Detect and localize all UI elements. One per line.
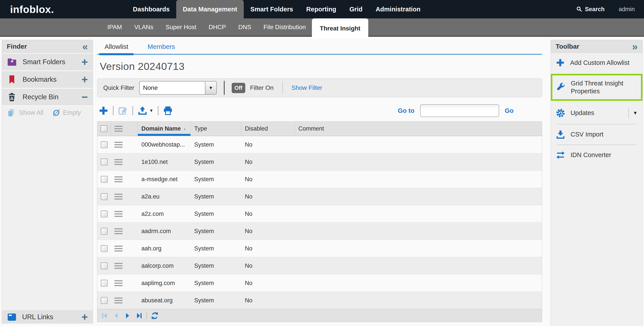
cell-domain-name: a-msedge.net bbox=[138, 171, 191, 188]
cell-comment bbox=[295, 223, 542, 240]
nav-item-grid[interactable]: Grid bbox=[343, 0, 369, 18]
user-menu[interactable]: admin bbox=[618, 6, 635, 13]
tab-allowlist[interactable]: Allowlist bbox=[99, 43, 134, 54]
collapse-recycle-bin-button[interactable]: − bbox=[82, 93, 88, 101]
goto-input[interactable] bbox=[420, 104, 499, 117]
add-smart-folder-button[interactable]: + bbox=[82, 58, 88, 66]
show-all-button[interactable]: Show All bbox=[19, 109, 44, 116]
row-checkbox[interactable] bbox=[101, 176, 108, 183]
table-row[interactable]: aah.orgSystemNo bbox=[97, 240, 542, 257]
go-button[interactable]: Go bbox=[505, 107, 514, 114]
table-body: 000webhostap...SystemNo1e100.netSystemNo… bbox=[97, 136, 542, 309]
row-drag-handle[interactable] bbox=[114, 194, 122, 200]
row-drag-handle[interactable] bbox=[114, 280, 122, 286]
row-drag-handle[interactable] bbox=[114, 159, 122, 165]
table-row[interactable]: 000webhostap...SystemNo bbox=[97, 136, 542, 153]
table-row[interactable]: a2a.euSystemNo bbox=[97, 188, 542, 205]
select-all-checkbox[interactable] bbox=[100, 125, 108, 132]
refresh-button[interactable] bbox=[150, 311, 159, 320]
table-row[interactable]: a-msedge.netSystemNo bbox=[97, 171, 542, 188]
row-checkbox[interactable] bbox=[101, 211, 108, 217]
subnav-item-dns[interactable]: DNS bbox=[232, 18, 257, 36]
expand-toolbar-icon[interactable]: » bbox=[632, 41, 638, 51]
row-checkbox[interactable] bbox=[101, 297, 108, 304]
column-header-type[interactable]: Type bbox=[191, 122, 241, 136]
row-checkbox[interactable] bbox=[101, 263, 108, 269]
row-checkbox[interactable] bbox=[101, 193, 108, 200]
subnav-item-ipam[interactable]: IPAM bbox=[101, 18, 128, 36]
row-drag-handle[interactable] bbox=[114, 228, 122, 234]
row-checkbox[interactable] bbox=[101, 280, 108, 287]
row-drag-handle[interactable] bbox=[114, 211, 122, 217]
upload-button[interactable]: ▼ bbox=[138, 106, 154, 116]
nav-item-reporting[interactable]: Reporting bbox=[300, 0, 343, 18]
table-row[interactable]: aalcorp.comSystemNo bbox=[97, 257, 542, 275]
sidebar-item-label: URL Links bbox=[22, 313, 76, 321]
empty-recycle-bin-button[interactable]: Empty bbox=[63, 109, 81, 116]
row-checkbox[interactable] bbox=[101, 245, 108, 252]
updates-dropdown-button[interactable]: ▼ bbox=[633, 110, 638, 116]
add-custom-allowlist-button[interactable]: Add Custom Allowlist bbox=[551, 53, 642, 72]
table-row[interactable]: abuseat.orgSystemNo bbox=[97, 292, 542, 309]
nav-item-smart-folders[interactable]: Smart Folders bbox=[244, 0, 300, 18]
table-row[interactable]: a2z.comSystemNo bbox=[97, 205, 542, 223]
cell-type: System bbox=[191, 188, 241, 205]
divider bbox=[132, 106, 133, 115]
row-checkbox[interactable] bbox=[101, 159, 108, 165]
global-search[interactable]: Search bbox=[576, 6, 604, 13]
row-checkbox[interactable] bbox=[101, 141, 108, 148]
last-page-button[interactable] bbox=[135, 312, 143, 320]
row-drag-handle[interactable] bbox=[114, 142, 122, 148]
quick-filter-select[interactable]: None ▼ bbox=[139, 81, 217, 95]
column-header-disabled[interactable]: Disabled bbox=[241, 122, 295, 136]
subnav-item-vlans[interactable]: VLANs bbox=[128, 18, 159, 36]
subnav-item-file-distribution[interactable]: File Distribution bbox=[257, 18, 312, 36]
nav-item-administration[interactable]: Administration bbox=[369, 0, 427, 18]
subnav-item-super-host[interactable]: Super Host bbox=[160, 18, 202, 36]
cell-domain-name: 000webhostap... bbox=[138, 136, 191, 153]
table-row[interactable]: aaplimg.comSystemNo bbox=[97, 275, 542, 292]
print-button[interactable] bbox=[163, 106, 173, 116]
sub-nav: IPAM VLANs Super Host DHCP DNS File Dist… bbox=[0, 18, 644, 37]
tab-members[interactable]: Members bbox=[142, 43, 180, 54]
table-row[interactable]: aadrm.comSystemNo bbox=[97, 223, 542, 240]
row-drag-handle[interactable] bbox=[114, 176, 122, 182]
main-content: Allowlist Members Version 20240713 Quick… bbox=[97, 43, 542, 322]
nav-item-dashboards[interactable]: Dashboards bbox=[126, 0, 176, 18]
add-url-link-button[interactable]: + bbox=[82, 313, 88, 322]
edit-button[interactable] bbox=[118, 106, 128, 116]
quick-filter-dropdown-button[interactable]: ▼ bbox=[205, 81, 217, 95]
column-header-comment[interactable]: Comment bbox=[295, 122, 542, 136]
sidebar-item-url-links[interactable]: URL Links + bbox=[2, 311, 93, 323]
collapse-finder-icon[interactable]: « bbox=[82, 41, 88, 51]
table-row[interactable]: 1e100.netSystemNo bbox=[97, 153, 542, 171]
table-actions: ▼ Go to Go bbox=[97, 104, 542, 117]
add-bookmark-button[interactable]: + bbox=[82, 75, 88, 84]
next-page-button[interactable] bbox=[124, 312, 132, 320]
column-drag-handle[interactable] bbox=[114, 126, 122, 132]
filter-toggle[interactable]: Off bbox=[232, 83, 245, 93]
show-filter-link[interactable]: Show Filter bbox=[292, 84, 322, 91]
divider bbox=[282, 82, 283, 94]
csv-import-button[interactable]: CSV Import bbox=[551, 124, 642, 145]
idn-converter-button[interactable]: IDN Converter bbox=[551, 145, 642, 165]
first-page-button[interactable] bbox=[101, 312, 109, 320]
previous-page-button[interactable] bbox=[112, 312, 120, 320]
sidebar-item-smart-folders[interactable]: * Smart Folders + bbox=[2, 53, 93, 70]
subnav-item-threat-insight[interactable]: Threat Insight bbox=[312, 18, 368, 38]
row-drag-handle[interactable] bbox=[114, 246, 122, 252]
column-header-domain-name[interactable]: Domain Name ▲ bbox=[138, 122, 191, 136]
search-icon bbox=[576, 6, 582, 12]
sidebar-item-recycle-bin[interactable]: Recycle Bin − bbox=[2, 88, 93, 105]
row-checkbox[interactable] bbox=[101, 228, 108, 235]
row-drag-handle[interactable] bbox=[114, 298, 122, 304]
subnav-item-dhcp[interactable]: DHCP bbox=[202, 18, 232, 36]
grid-threat-insight-properties-button[interactable]: Grid Threat Insight Properties bbox=[551, 74, 642, 101]
chevron-down-icon[interactable]: ▼ bbox=[149, 108, 154, 113]
updates-button[interactable]: Updates ▼ bbox=[551, 102, 642, 124]
sidebar-item-bookmarks[interactable]: Bookmarks + bbox=[2, 70, 93, 88]
nav-item-data-management[interactable]: Data Management bbox=[176, 0, 244, 18]
row-drag-handle[interactable] bbox=[114, 263, 122, 269]
divider bbox=[224, 81, 225, 95]
add-button[interactable] bbox=[98, 106, 108, 116]
